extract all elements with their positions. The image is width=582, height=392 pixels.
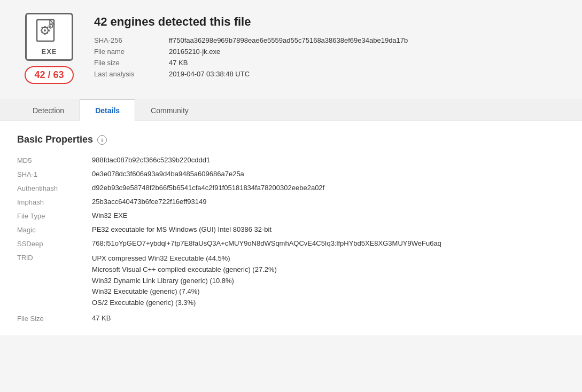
svg-rect-13 (50, 23, 51, 25)
ssdeep-value: 768:l51oYpGEO7+ybdql+7tp7E8faUsQ3A+cMUY9… (92, 239, 565, 247)
exe-svg-icon (35, 19, 64, 48)
imphash-value: 25b3acc640473b6fce722f16eff93149 (92, 198, 565, 206)
tab-community[interactable]: Community (135, 99, 204, 121)
ssdeep-label: SSDeep (17, 239, 92, 248)
svg-rect-15 (49, 26, 50, 27)
svg-rect-14 (50, 27, 51, 28)
tab-details[interactable]: Details (80, 99, 135, 121)
score-badge: 42 / 63 (25, 66, 73, 84)
imphash-label: Imphash (17, 198, 92, 206)
header-section: EXE 42 / 63 42 engines detected this fil… (0, 0, 582, 92)
svg-rect-16 (52, 26, 53, 27)
file-icon: EXE (25, 13, 73, 61)
sha256-value: ff750faa36298e969b7898eae6e5559ad55c7516… (169, 36, 565, 44)
filesize-value: 47 KB (169, 59, 565, 67)
svg-rect-6 (48, 29, 50, 31)
authentihash-label: Authentihash (17, 184, 92, 192)
prop-filesize-label: File Size (17, 314, 92, 323)
sha256-label: SHA-256 (94, 36, 169, 44)
tabs-bar: Detection Details Community (0, 99, 582, 121)
sha1-value: 0e3e078dc3f606a93a9d4ba9485a609686a7e25a (92, 170, 565, 178)
magic-value: PE32 executable for MS Windows (GUI) Int… (92, 225, 565, 233)
svg-point-2 (44, 29, 46, 32)
filetype-value: Win32 EXE (92, 211, 565, 219)
magic-label: Magic (17, 225, 92, 234)
svg-point-12 (50, 25, 51, 26)
svg-rect-5 (41, 29, 42, 31)
tab-detection[interactable]: Detection (17, 99, 80, 121)
meta-table: SHA-256 ff750faa36298e969b7898eae6e5559a… (94, 36, 565, 78)
section-title: Basic Properties i (17, 134, 565, 145)
filetype-label: File Type (17, 211, 92, 220)
file-title: 42 engines detected this file (94, 15, 565, 29)
md5-value: 988fdac087b92cf366c5239b220cddd1 (92, 156, 565, 164)
trid-values: UPX compressed Win32 Executable (44.5%)M… (92, 253, 565, 309)
file-meta: 42 engines detected this file SHA-256 ff… (94, 13, 565, 78)
props-table: MD5 988fdac087b92cf366c5239b220cddd1 SHA… (17, 156, 565, 323)
lastanalysis-label: Last analysis (94, 70, 169, 78)
file-icon-wrapper: EXE 42 / 63 (17, 13, 81, 84)
info-icon[interactable]: i (97, 135, 107, 145)
trid-label: TRiD (17, 253, 92, 262)
authentihash-value: d92eb93c9e58748f2b66f5b6541cfa4c2f91f051… (92, 184, 565, 192)
svg-rect-4 (44, 33, 46, 35)
filename-label: File name (94, 48, 169, 56)
content-area: Basic Properties i MD5 988fdac087b92cf36… (0, 121, 582, 335)
svg-rect-3 (44, 26, 46, 28)
prop-filesize-value: 47 KB (92, 314, 565, 322)
exe-label: EXE (41, 48, 57, 56)
sha1-label: SHA-1 (17, 170, 92, 178)
lastanalysis-value: 2019-04-07 03:38:48 UTC (169, 70, 565, 78)
filename-value: 20165210-jk.exe (169, 48, 565, 56)
filesize-label: File size (94, 59, 169, 67)
basic-properties-title: Basic Properties (17, 134, 93, 145)
md5-label: MD5 (17, 156, 92, 164)
